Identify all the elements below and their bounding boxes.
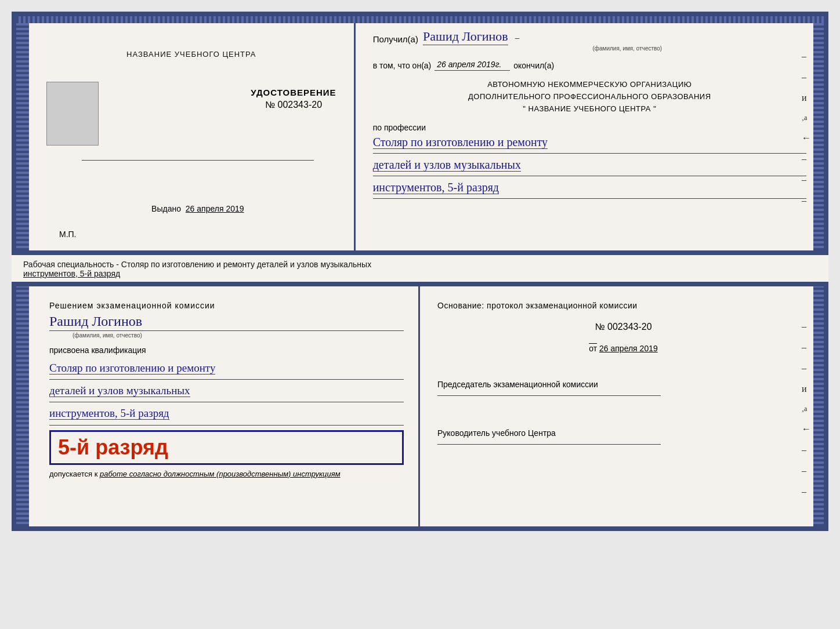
name-bottom: Рашид Логинов [49, 314, 404, 331]
ot-date-value: 26 апреля 2019 [599, 344, 658, 353]
dopuskaetsya-block: допускается к работе согласно должностны… [49, 470, 404, 478]
udostoverenie-block: УДОСТОВЕРЕНИЕ № 002343-20 [251, 88, 336, 151]
fio-label-top: (фамилия, имя, отчество) [448, 45, 806, 52]
protocol-nomer: № 002343-20 [437, 322, 809, 332]
rukovoditel-label: Руководитель учебного Центра [437, 427, 809, 439]
avtonom-block: АВТОНОМНУЮ НЕКОММЕРЧЕСКУЮ ОРГАНИЗАЦИЮ ДО… [373, 79, 806, 115]
rukovoditel-block: Руководитель учебного Центра [437, 419, 809, 449]
vydano-line: Выдано 26 апреля 2019 [151, 204, 244, 213]
okonchil-label: окончил(а) [513, 61, 554, 70]
dash-marks: ––и‚а←––– [802, 51, 811, 206]
predsedatel-block: Председатель экзаменационной комиссии [437, 370, 809, 401]
razryad-big-label: 5-й разряд [58, 435, 168, 459]
cert-bottom-right: Основание: протокол экзаменационной коми… [420, 286, 824, 526]
middle-text-line2: инструментов, 5-й разряд [23, 269, 120, 278]
dopuskaetsya-prefix: допускается к [49, 470, 97, 478]
bottom-right-strip [813, 286, 824, 526]
middle-text-line1: Рабочая специальность - Столяр по изгото… [23, 260, 371, 269]
ot-prefix: от [589, 344, 597, 353]
resheniem-label: Решением экзаменационной комиссии [49, 301, 404, 310]
middle-text-block: Рабочая специальность - Столяр по изгото… [12, 255, 828, 282]
razryad-box: 5-й разряд [49, 430, 404, 465]
vtom-date: 26 апреля 2019г. [435, 60, 510, 71]
avtonom-line2: ДОПОЛНИТЕЛЬНОГО ПРОФЕССИОНАЛЬНОГО ОБРАЗО… [373, 91, 806, 103]
profession-line1-top: Столяр по изготовлению и ремонту [373, 136, 548, 149]
vydano-date: 26 апреля 2019 [186, 204, 244, 213]
mp-line: М.П. [59, 230, 77, 239]
left-decorative-strip [16, 16, 29, 250]
vtom-prefix: в том, что он(а) [373, 61, 432, 70]
prof-bottom-2: деталей и узлов музыкальных [49, 384, 190, 397]
ot-date-bottom: от 26 апреля 2019 [437, 344, 809, 353]
predsedatel-signature-line [437, 395, 661, 396]
profession-line3-top: инструментов, 5-й разряд [373, 181, 499, 194]
poluchil-block: Получил(а) Рашид Логинов – (фамилия, имя… [373, 29, 806, 52]
predsedatel-label: Председатель экзаменационной комиссии [437, 379, 809, 391]
po-professii-block: по профессии Столяр по изготовлению и ре… [373, 123, 806, 199]
vtom-line: в том, что он(а) 26 апреля 2019г. окончи… [373, 60, 806, 71]
poluchil-name: Рашид Логинов [423, 29, 508, 45]
cert-bottom-left: Решением экзаменационной комиссии Рашид … [16, 286, 420, 526]
page-wrapper: НАЗВАНИЕ УЧЕБНОГО ЦЕНТРА УДОСТОВЕРЕНИЕ №… [12, 12, 828, 531]
po-professii-label: по профессии [373, 123, 806, 132]
profession-line2-top: деталей и узлов музыкальных [373, 158, 521, 172]
nomer-top: № 002343-20 [251, 100, 336, 110]
rukovoditel-signature-line [437, 444, 661, 445]
poluchil-prefix: Получил(а) [373, 34, 418, 44]
dopuskaetsya-text: работе согласно должностным (производств… [100, 470, 341, 478]
cert-left: НАЗВАНИЕ УЧЕБНОГО ЦЕНТРА УДОСТОВЕРЕНИЕ №… [16, 16, 356, 250]
avtonom-line1: АВТОНОМНУЮ НЕКОММЕРЧЕСКУЮ ОРГАНИЗАЦИЮ [373, 79, 806, 91]
prof-bottom-1: Столяр по изготовлению и ремонту [49, 362, 215, 375]
prof-bottom-3: инструментов, 5-й разряд [49, 407, 169, 420]
prisvoena-label: присвоена квалификация [49, 346, 404, 355]
bottom-left-strip [16, 286, 29, 526]
osnovanie-label: Основание: протокол экзаменационной коми… [437, 301, 809, 310]
right-decorative-strip [813, 16, 824, 250]
photo-placeholder [46, 82, 99, 146]
cert-right: Получил(а) Рашид Логинов – (фамилия, имя… [356, 16, 824, 250]
vydano-label: Выдано [151, 204, 181, 213]
avtonom-name: " НАЗВАНИЕ УЧЕБНОГО ЦЕНТРА " [373, 103, 806, 115]
udostoverenie-title: УДОСТОВЕРЕНИЕ [251, 88, 336, 97]
dash-marks-bottom: –––и‚а←––– [802, 321, 811, 497]
certificate-top: НАЗВАНИЕ УЧЕБНОГО ЦЕНТРА УДОСТОВЕРЕНИЕ №… [12, 12, 828, 255]
top-left-title: НАЗВАНИЕ УЧЕБНОГО ЦЕНТРА [126, 50, 256, 59]
fio-label-bottom: (фамилия, имя, отчество) [73, 332, 404, 339]
cert-left-inner: НАЗВАНИЕ УЧЕБНОГО ЦЕНТРА УДОСТОВЕРЕНИЕ №… [34, 34, 336, 239]
certificate-bottom: Решением экзаменационной комиссии Рашид … [12, 282, 828, 531]
